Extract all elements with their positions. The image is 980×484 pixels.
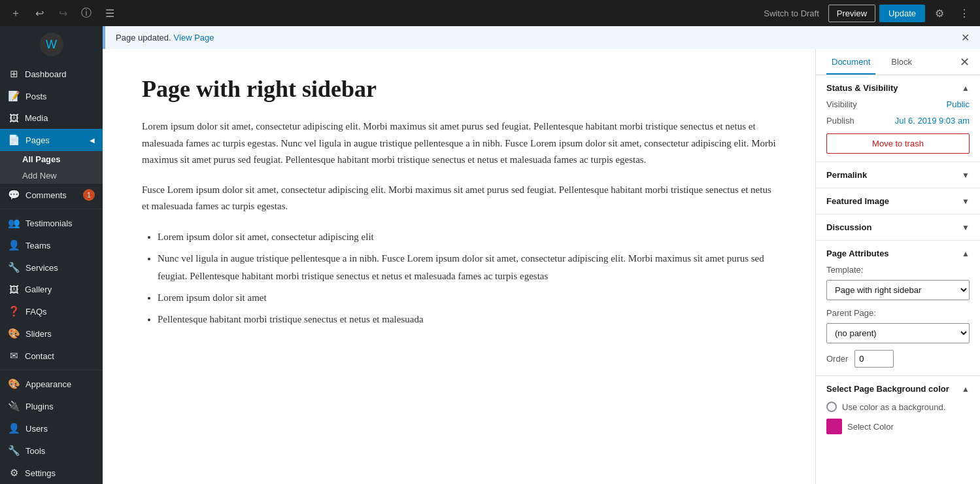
sidebar-item-tools[interactable]: 🔧 Tools bbox=[0, 440, 103, 462]
top-bar-right: Switch to Draft Preview Update ⚙ ⋮ bbox=[758, 3, 975, 24]
list-item: Nunc vel ligula in augue tristique pelle… bbox=[158, 250, 776, 285]
select-color-label: Select Color bbox=[847, 422, 894, 432]
panel-close-button[interactable]: ✕ bbox=[960, 55, 970, 69]
contact-icon: ✉ bbox=[8, 350, 20, 362]
move-to-trash-button[interactable]: Move to trash bbox=[826, 133, 970, 154]
color-swatch[interactable] bbox=[826, 419, 842, 434]
chevron-up-icon-2: ▲ bbox=[962, 249, 970, 258]
list-item: Lorem ipsum dolor sit amet bbox=[158, 289, 776, 307]
all-pages-subitem[interactable]: All Pages bbox=[0, 151, 103, 167]
main-layout: W ⊞ Dashboard 📝 Posts 🖼 Media 📄 Pages ◀ … bbox=[0, 26, 980, 484]
sidebar-item-pages[interactable]: 📄 Pages ◀ bbox=[0, 129, 103, 151]
sidebar-item-dashboard[interactable]: ⊞ Dashboard bbox=[0, 63, 103, 85]
sidebar-item-label: Posts bbox=[25, 92, 47, 101]
update-button[interactable]: Update bbox=[879, 5, 925, 22]
featured-image-header[interactable]: Featured Image ▼ bbox=[826, 196, 970, 206]
sidebar-item-posts[interactable]: 📝 Posts bbox=[0, 85, 103, 107]
order-input[interactable] bbox=[854, 350, 894, 368]
sidebar-item-faqs[interactable]: ❓ FAQs bbox=[0, 300, 103, 322]
tools-icon: 🔧 bbox=[8, 445, 20, 457]
parent-page-select[interactable]: (no parent) bbox=[826, 323, 970, 343]
bg-color-header[interactable]: Select Page Background color ▲ bbox=[826, 384, 970, 394]
tab-block[interactable]: Block bbox=[886, 49, 917, 75]
sidebar-item-label: Tools bbox=[25, 446, 45, 456]
notice-close-button[interactable]: ✕ bbox=[961, 31, 970, 44]
sidebar-item-label: Appearance bbox=[25, 379, 71, 389]
sidebar-item-contact[interactable]: ✉ Contact bbox=[0, 345, 103, 367]
sidebar-item-label: Contact bbox=[25, 351, 54, 361]
sidebar-item-label: Sliders bbox=[25, 329, 52, 339]
chevron-down-icon: ▼ bbox=[962, 171, 970, 180]
publish-value[interactable]: Jul 6, 2019 9:03 am bbox=[895, 116, 970, 126]
teams-icon: 👤 bbox=[8, 239, 20, 251]
visibility-value[interactable]: Public bbox=[947, 99, 970, 109]
list-view-button[interactable]: ☰ bbox=[99, 3, 120, 24]
comments-icon: 💬 bbox=[8, 189, 20, 201]
sidebar-item-gallery[interactable]: 🖼 Gallery bbox=[0, 279, 103, 300]
sidebar-item-comments[interactable]: 💬 Comments 1 bbox=[0, 184, 103, 206]
page-attributes-header[interactable]: Page Attributes ▲ bbox=[826, 249, 970, 258]
redo-button[interactable]: ↪ bbox=[52, 3, 73, 24]
page-attributes-section: Page Attributes ▲ Template: Page with ri… bbox=[816, 241, 980, 376]
page-title: Page with right sidebar bbox=[142, 75, 776, 103]
sidebar-item-label: Testimonials bbox=[25, 218, 73, 228]
preview-button[interactable]: Preview bbox=[828, 5, 875, 22]
sidebar-item-media[interactable]: 🖼 Media bbox=[0, 107, 103, 129]
comments-badge: 1 bbox=[83, 189, 95, 201]
discussion-title: Discussion bbox=[826, 222, 871, 232]
sidebar-item-teams[interactable]: 👤 Teams bbox=[0, 234, 103, 256]
permalink-title: Permalink bbox=[826, 170, 867, 180]
radio-use-color[interactable] bbox=[826, 402, 837, 412]
sidebar-item-services[interactable]: 🔧 Services bbox=[0, 256, 103, 279]
undo-button[interactable]: ↩ bbox=[29, 3, 50, 24]
add-block-button[interactable]: ＋ bbox=[5, 3, 26, 24]
plugins-icon: 🔌 bbox=[8, 400, 20, 412]
publish-row: Publish Jul 6, 2019 9:03 am bbox=[826, 116, 970, 126]
permalink-section: Permalink ▼ bbox=[816, 162, 980, 188]
media-icon: 🖼 bbox=[8, 112, 20, 124]
switch-to-draft-button[interactable]: Switch to Draft bbox=[758, 6, 824, 21]
info-button[interactable]: ⓘ bbox=[76, 3, 97, 24]
settings-icon-button[interactable]: ⚙ bbox=[929, 3, 950, 24]
tab-document[interactable]: Document bbox=[826, 49, 875, 75]
view-page-link[interactable]: View Page bbox=[174, 33, 214, 43]
sidebar-item-label: Comments bbox=[25, 190, 67, 200]
bg-color-section: Select Page Background color ▲ Use color… bbox=[816, 376, 980, 442]
editor-area[interactable]: Page with right sidebar Lorem ipsum dolo… bbox=[103, 49, 815, 484]
template-select[interactable]: Page with right sidebar bbox=[826, 280, 970, 300]
permalink-header[interactable]: Permalink ▼ bbox=[826, 170, 970, 180]
sidebar-item-plugins[interactable]: 🔌 Plugins bbox=[0, 395, 103, 417]
discussion-section: Discussion ▼ bbox=[816, 215, 980, 241]
sidebar-item-settings[interactable]: ⚙ Settings bbox=[0, 462, 103, 484]
sidebar-divider-2 bbox=[0, 370, 103, 370]
settings-icon: ⚙ bbox=[8, 467, 20, 479]
right-panel: Document Block ✕ Status & Visibility ▲ V… bbox=[815, 49, 980, 484]
top-bar: ＋ ↩ ↪ ⓘ ☰ Switch to Draft Preview Update… bbox=[0, 0, 980, 26]
add-new-subitem[interactable]: Add New bbox=[0, 167, 103, 184]
more-options-button[interactable]: ⋮ bbox=[954, 3, 975, 24]
pages-icon: 📄 bbox=[8, 134, 20, 146]
use-color-option: Use color as a background. bbox=[826, 402, 970, 412]
sidebar-item-testimonials[interactable]: 👥 Testimonials bbox=[0, 212, 103, 234]
discussion-header[interactable]: Discussion ▼ bbox=[826, 222, 970, 232]
sidebar-item-appearance[interactable]: 🎨 Appearance bbox=[0, 373, 103, 395]
sidebar-item-users[interactable]: 👤 Users bbox=[0, 417, 103, 440]
status-visibility-header[interactable]: Status & Visibility ▲ bbox=[826, 83, 970, 93]
status-visibility-title: Status & Visibility bbox=[826, 83, 898, 93]
list-item: Lorem ipsum dolor sit amet, consectetur … bbox=[158, 228, 776, 246]
sidebar-item-label: Gallery bbox=[25, 285, 52, 294]
sidebar-item-label: Settings bbox=[25, 468, 56, 478]
sidebar-item-label: Media bbox=[25, 113, 48, 123]
visibility-label: Visibility bbox=[826, 99, 857, 109]
top-bar-left: ＋ ↩ ↪ ⓘ ☰ bbox=[5, 3, 120, 24]
visibility-row: Visibility Public bbox=[826, 99, 970, 109]
featured-image-title: Featured Image bbox=[826, 196, 889, 206]
editor-panel-row: Page with right sidebar Lorem ipsum dolo… bbox=[103, 49, 980, 484]
body-paragraph-2: Fusce Lorem ipsum dolor sit amet, consec… bbox=[142, 182, 776, 215]
notice-text: Page updated. bbox=[116, 33, 171, 43]
appearance-icon: 🎨 bbox=[8, 378, 20, 390]
sidebar-item-sliders[interactable]: 🎨 Sliders bbox=[0, 322, 103, 345]
order-row: Order bbox=[826, 350, 970, 368]
bullet-list: Lorem ipsum dolor sit amet, consectetur … bbox=[158, 228, 776, 328]
sidebar-divider bbox=[0, 209, 103, 209]
